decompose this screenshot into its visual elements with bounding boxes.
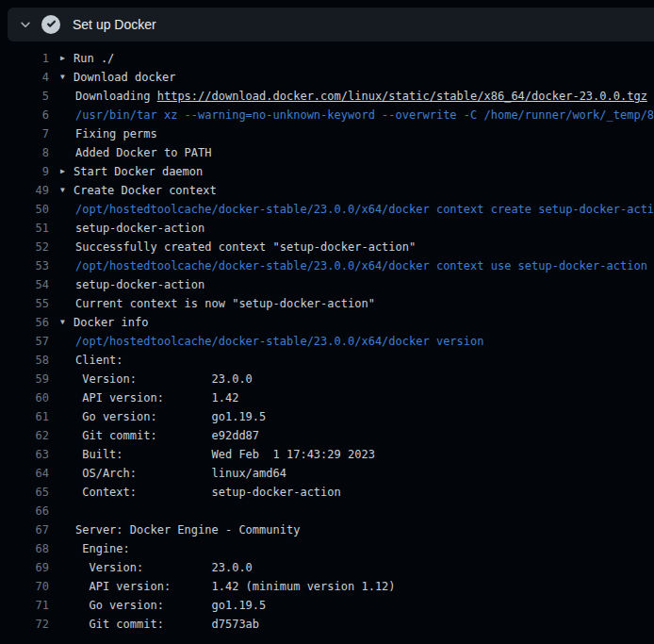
line-number[interactable]: 1 xyxy=(0,49,49,68)
log-line: 68 Engine: xyxy=(0,539,654,558)
group-expanded-icon: ▼ xyxy=(60,181,74,200)
log-line: 8Added Docker to PATH xyxy=(0,143,654,162)
log-line: 6/usr/bin/tar xz --warning=no-unknown-ke… xyxy=(0,106,654,124)
log-text: /opt/hostedtoolcache/docker-stable/23.0.… xyxy=(75,256,647,275)
check-circle-icon xyxy=(41,15,60,34)
log-line: 53/opt/hostedtoolcache/docker-stable/23.… xyxy=(0,256,654,275)
log-text: Go version: go1.19.5 xyxy=(75,596,266,615)
line-number[interactable]: 4 xyxy=(0,68,49,87)
log-text: Client: xyxy=(75,351,123,370)
line-number[interactable]: 57 xyxy=(0,332,49,351)
line-number[interactable]: 52 xyxy=(0,238,49,256)
line-number[interactable]: 8 xyxy=(0,143,49,162)
group-collapsed-icon: ▶ xyxy=(60,162,74,181)
group-expanded-icon: ▼ xyxy=(60,68,74,87)
line-number[interactable]: 72 xyxy=(0,615,49,634)
line-number[interactable]: 54 xyxy=(0,275,49,294)
log-text: OS/Arch: linux/amd64 xyxy=(75,464,286,483)
group-line[interactable]: ▶Run ./ xyxy=(60,49,114,68)
log-text: /usr/bin/tar xz --warning=no-unknown-key… xyxy=(75,106,654,124)
line-number[interactable]: 51 xyxy=(0,219,49,238)
log-line: 62 Git commit: e92dd87 xyxy=(0,426,654,445)
line-number[interactable]: 58 xyxy=(0,351,49,370)
line-number[interactable]: 60 xyxy=(0,388,49,407)
log-lines: 1▶Run ./4▼Download docker5Downloading ht… xyxy=(0,49,654,634)
log-text: Current context is now "setup-docker-act… xyxy=(75,294,375,313)
log-text: Version: 23.0.0 xyxy=(75,370,253,388)
log-text: Built: Wed Feb 1 17:43:29 2023 xyxy=(75,445,375,464)
log-line: 64 OS/Arch: linux/amd64 xyxy=(0,464,654,483)
log-line: 66 xyxy=(0,502,654,520)
step-header[interactable]: Set up Docker xyxy=(8,8,654,41)
line-number[interactable]: 50 xyxy=(0,200,49,219)
log-line: 60 API version: 1.42 xyxy=(0,388,654,407)
line-number[interactable]: 9 xyxy=(0,162,49,181)
line-number[interactable]: 63 xyxy=(0,445,49,464)
log-text: API version: 1.42 (minimum version 1.12) xyxy=(75,577,396,596)
log-line: 52Successfully created context "setup-do… xyxy=(0,238,654,256)
group-title: Start Docker daemon xyxy=(74,162,203,181)
log-text: Git commit: e92dd87 xyxy=(75,426,259,445)
log-text: Server: Docker Engine - Community xyxy=(75,520,300,539)
line-number[interactable]: 55 xyxy=(0,294,49,313)
log-text: Downloading https://download.docker.com/… xyxy=(75,87,647,106)
group-collapsed-icon: ▶ xyxy=(60,49,74,68)
line-number[interactable]: 62 xyxy=(0,426,49,445)
line-number[interactable]: 7 xyxy=(0,124,49,143)
line-number[interactable]: 70 xyxy=(0,577,49,596)
chevron-down-icon[interactable] xyxy=(17,18,34,31)
group-line[interactable]: ▼Docker info xyxy=(60,313,148,332)
log-text: Git commit: d7573ab xyxy=(75,615,259,634)
line-number[interactable]: 68 xyxy=(0,539,49,558)
line-number[interactable]: 49 xyxy=(0,181,49,200)
group-title: Download docker xyxy=(74,68,175,87)
log-line: 67Server: Docker Engine - Community xyxy=(0,520,654,539)
log-text: Fixing perms xyxy=(75,124,157,143)
group-line[interactable]: ▶Start Docker daemon xyxy=(60,162,203,181)
log-line: 58Client: xyxy=(0,351,654,370)
log-line: 56▼Docker info xyxy=(0,313,654,332)
group-expanded-icon: ▼ xyxy=(60,313,74,332)
log-text: Version: 23.0.0 xyxy=(75,558,253,577)
log-text: /opt/hostedtoolcache/docker-stable/23.0.… xyxy=(75,332,483,351)
group-title: Docker info xyxy=(74,313,148,332)
line-number[interactable]: 5 xyxy=(0,87,49,106)
group-line[interactable]: ▼Download docker xyxy=(60,68,175,87)
log-text: Context: setup-docker-action xyxy=(75,483,341,502)
log-line: 72 Git commit: d7573ab xyxy=(0,615,654,634)
line-number[interactable]: 56 xyxy=(0,313,49,332)
log-line: 5Downloading https://download.docker.com… xyxy=(0,87,654,106)
line-number[interactable]: 61 xyxy=(0,407,49,426)
line-number[interactable]: 66 xyxy=(0,502,49,520)
log-line: 57/opt/hostedtoolcache/docker-stable/23.… xyxy=(0,332,654,351)
log-text: Go version: go1.19.5 xyxy=(75,407,266,426)
line-number[interactable]: 69 xyxy=(0,558,49,577)
log-line: 51setup-docker-action xyxy=(0,219,654,238)
log-line: 55Current context is now "setup-docker-a… xyxy=(0,294,654,313)
group-line[interactable]: ▼Create Docker context xyxy=(60,181,217,200)
log-line: 70 API version: 1.42 (minimum version 1.… xyxy=(0,577,654,596)
log-line: 65 Context: setup-docker-action xyxy=(0,483,654,502)
log-text-prefix: Downloading xyxy=(75,90,157,103)
group-title: Run ./ xyxy=(74,49,114,68)
line-number[interactable]: 59 xyxy=(0,370,49,388)
line-number[interactable]: 71 xyxy=(0,596,49,615)
log-line: 1▶Run ./ xyxy=(0,49,654,68)
log-line: 69 Version: 23.0.0 xyxy=(0,558,654,577)
log-line: 7Fixing perms xyxy=(0,124,654,143)
log-text: Added Docker to PATH xyxy=(75,143,212,162)
log-line: 59 Version: 23.0.0 xyxy=(0,370,654,388)
log-link[interactable]: https://download.docker.com/linux/static… xyxy=(157,90,647,103)
line-number[interactable]: 53 xyxy=(0,256,49,275)
log-text: Successfully created context "setup-dock… xyxy=(75,238,416,256)
log-container: 1▶Run ./4▼Download docker5Downloading ht… xyxy=(0,41,654,634)
line-number[interactable]: 64 xyxy=(0,464,49,483)
log-text: /opt/hostedtoolcache/docker-stable/23.0.… xyxy=(75,200,654,219)
line-number[interactable]: 65 xyxy=(0,483,49,502)
log-text: setup-docker-action xyxy=(75,219,204,238)
log-line: 61 Go version: go1.19.5 xyxy=(0,407,654,426)
line-number[interactable]: 6 xyxy=(0,106,49,124)
line-number[interactable]: 67 xyxy=(0,520,49,539)
log-line: 50/opt/hostedtoolcache/docker-stable/23.… xyxy=(0,200,654,219)
log-text: Engine: xyxy=(75,539,130,558)
